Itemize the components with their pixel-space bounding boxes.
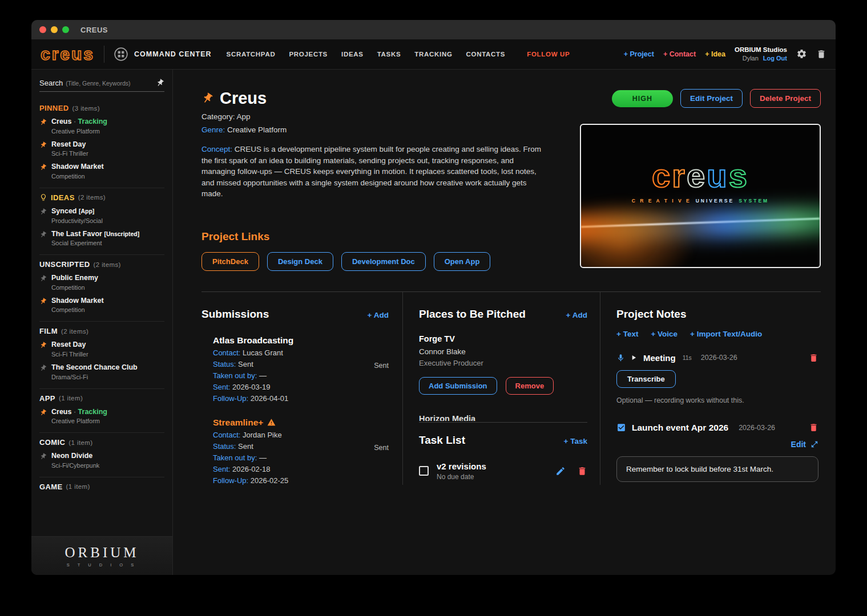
status-badge: Sent	[374, 444, 389, 452]
task-name: v2 revisions	[437, 461, 486, 471]
command-center[interactable]: COMMAND CENTER	[114, 47, 212, 62]
delete-project-button[interactable]: Delete Project	[750, 89, 821, 108]
import-text-audio-button[interactable]: + Import Text/Audio	[690, 330, 762, 338]
creus-logo[interactable]: creus	[41, 46, 95, 63]
sidebar-item-last-favor[interactable]: The Last Favor [Unscripted] Social Exper…	[39, 230, 164, 247]
remove-pitch-button[interactable]: Remove	[506, 377, 554, 395]
note-check-icon[interactable]	[616, 423, 626, 432]
task-item: v2 revisions No due date	[419, 461, 587, 481]
add-voice-note-button[interactable]: + Voice	[651, 330, 678, 338]
pin-icon	[38, 206, 48, 217]
zoom-window-button[interactable]	[62, 26, 69, 33]
tab-projects[interactable]: PROJECTS	[289, 51, 328, 58]
section-header: FILM(2 items)	[39, 327, 164, 335]
tab-scratchpad[interactable]: SCRATCHPAD	[227, 51, 276, 58]
add-task-button[interactable]: + Task	[564, 437, 587, 445]
sidebar-item-shadow-market[interactable]: Shadow Market Competition	[39, 163, 164, 180]
pin-icon	[38, 296, 48, 306]
tab-ideas[interactable]: IDEAS	[341, 51, 364, 58]
project-links-title: Project Links	[201, 230, 556, 243]
microphone-icon	[616, 354, 625, 362]
sidebar-item-creus[interactable]: Creus · Tracking Creative Platform	[39, 117, 164, 135]
sidebar-section-pinned: PINNED(3 items) Creus · Tracking Creativ…	[39, 99, 164, 188]
item-title: Neon Divide	[51, 452, 99, 461]
tab-tracking[interactable]: TRACKING	[414, 51, 452, 58]
add-contact-button[interactable]: + Contact	[663, 50, 696, 58]
priority-badge[interactable]: HIGH	[612, 90, 673, 107]
add-submission-button[interactable]: Add Submission	[419, 377, 497, 395]
sidebar-item-creus-app[interactable]: Creus · Tracking Creative Platform	[39, 408, 164, 425]
sidebar-section-app: APP(1 item) Creus · Tracking Creative Pl…	[39, 389, 164, 433]
voice-note-duration: 11s	[683, 354, 692, 361]
edit-task-pencil-icon[interactable]	[555, 466, 566, 476]
play-icon[interactable]	[630, 354, 638, 362]
tab-tasks[interactable]: TASKS	[377, 51, 401, 58]
sidebar: Search (Title, Genre, Keywords) PINNED(3…	[31, 70, 173, 575]
pitch-list[interactable]: Forge TV Connor Blake Executive Producer…	[419, 334, 587, 421]
traffic-lights	[39, 26, 69, 33]
sidebar-scroll[interactable]: Search (Title, Genre, Keywords) PINNED(3…	[31, 70, 172, 536]
submission-entry[interactable]: Atlas Broadcasting Contact: Lucas Grant …	[201, 335, 389, 403]
sidebar-item-public-enemy[interactable]: Public Enemy Competition	[39, 274, 164, 291]
pitches-title: Places to Be Pitched	[419, 308, 526, 321]
delete-note-trash-icon[interactable]	[809, 423, 818, 432]
note-body[interactable]: Remember to lock build before 31st March…	[616, 456, 818, 482]
close-window-button[interactable]	[39, 26, 46, 33]
main-content: Creus Category: App Genre: Creative Plat…	[173, 70, 836, 575]
trash-icon[interactable]	[816, 49, 826, 59]
item-subtitle: Sci-Fi Thriller	[51, 351, 88, 358]
app-window: CREUS creus COMMAND CENTER SCRATCHPAD PR…	[31, 20, 836, 575]
item-title: The Second Chance Club	[51, 363, 138, 372]
add-pitch-button[interactable]: + Add	[566, 311, 587, 319]
add-text-note-button[interactable]: + Text	[616, 330, 638, 338]
submission-entry[interactable]: Streamline+ Contact: Jordan Pike Status:…	[201, 418, 389, 485]
user-name: Dylan	[743, 55, 759, 62]
search-input[interactable]: Search (Title, Genre, Keywords)	[39, 79, 164, 92]
project-pin-icon[interactable]	[199, 90, 216, 107]
transcribe-button[interactable]: Transcribe	[616, 370, 676, 388]
task-checkbox[interactable]	[419, 466, 429, 476]
logout-button[interactable]: Log Out	[763, 55, 787, 62]
settings-gear-icon[interactable]	[796, 48, 807, 59]
development-doc-link-button[interactable]: Development Doc	[341, 252, 426, 271]
sidebar-item-synced[interactable]: Synced [App] Productivity/Social	[39, 207, 164, 224]
item-subtitle: Competition	[51, 306, 104, 313]
status-badge: Sent	[374, 362, 389, 370]
delete-voice-note-trash-icon[interactable]	[809, 353, 818, 363]
item-subtitle: Sci-Fi Thriller	[51, 150, 88, 157]
sidebar-item-reset-day[interactable]: Reset Day Sci-Fi Thriller	[39, 140, 164, 157]
project-hero-image: creus C R E A T I V EUNIVERSESYSTEM	[580, 124, 821, 268]
sidebar-section-game: GAME(1 item)	[39, 477, 164, 499]
expand-icon[interactable]	[810, 440, 818, 448]
add-idea-button[interactable]: + Idea	[705, 50, 725, 58]
design-deck-link-button[interactable]: Design Deck	[267, 252, 333, 271]
sidebar-item-reset-day-film[interactable]: Reset Day Sci-Fi Thriller	[39, 341, 164, 358]
minimize-window-button[interactable]	[51, 26, 58, 33]
note-date: 2026-03-26	[739, 424, 775, 432]
add-submission-entry-button[interactable]: + Add	[368, 311, 389, 319]
item-subtitle: Sci-Fi/Cyberpunk	[51, 462, 99, 469]
pitchdeck-link-button[interactable]: PitchDeck	[201, 252, 259, 271]
item-title: Creus · Tracking	[51, 408, 107, 417]
task-due-date: No due date	[437, 473, 486, 481]
pitch-contact: Connor Blake	[419, 347, 587, 356]
item-title: Public Enemy	[51, 274, 98, 283]
sidebar-item-neon-divide[interactable]: Neon Divide Sci-Fi/Cyberpunk	[39, 452, 164, 469]
section-header: UNSCRIPTED(2 items)	[39, 260, 164, 269]
item-title: Reset Day	[51, 140, 88, 149]
pin-icon	[38, 452, 48, 462]
edit-note-button[interactable]: Edit	[616, 440, 818, 449]
add-project-button[interactable]: + Project	[624, 50, 654, 58]
tab-contacts[interactable]: CONTACTS	[466, 51, 506, 58]
edit-project-button[interactable]: Edit Project	[680, 89, 743, 108]
delete-task-trash-icon[interactable]	[577, 466, 587, 476]
sidebar-item-second-chance-club[interactable]: The Second Chance Club Drama/Sci-Fi	[39, 363, 164, 380]
lightbulb-icon	[39, 193, 47, 201]
project-category: Category: App	[201, 112, 556, 121]
tab-follow-up[interactable]: FOLLOW UP	[527, 51, 570, 58]
open-app-link-button[interactable]: Open App	[434, 252, 491, 271]
sidebar-item-shadow-market-2[interactable]: Shadow Market Competition	[39, 297, 164, 314]
pin-filter-icon[interactable]	[154, 77, 166, 89]
titlebar: CREUS	[31, 20, 836, 39]
pin-icon	[38, 363, 48, 373]
